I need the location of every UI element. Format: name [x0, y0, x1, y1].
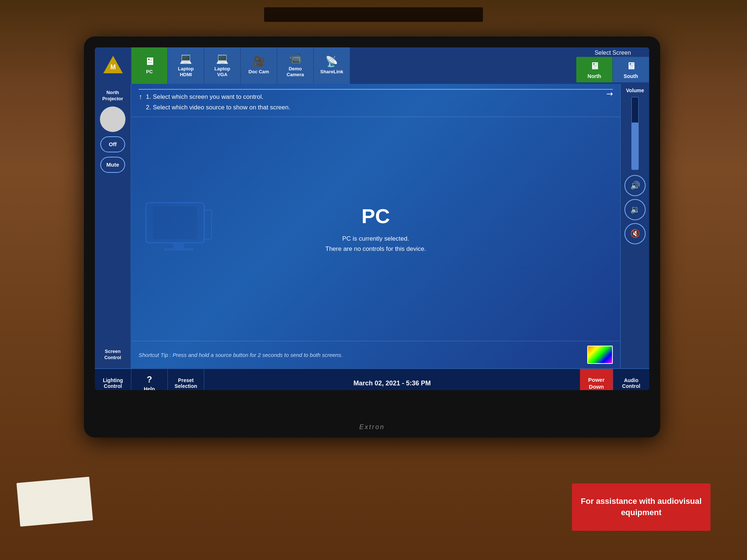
paper-note [16, 477, 93, 527]
laptop-vga-icon: 💻 [216, 54, 229, 64]
north-screen-icon: 🖥 [590, 61, 599, 72]
volume-label: Volume [626, 88, 644, 93]
source-pc-button[interactable]: 🖥 PC [131, 47, 168, 84]
shortcut-tip: Shortcut Tip : Press and hold a source b… [131, 341, 620, 368]
monitor-ghost [142, 199, 215, 259]
lighting-control-button[interactable]: LightingControl [95, 369, 131, 390]
extron-brand-label: Extron [359, 423, 385, 431]
assistance-sign: For assistance with audiovisual equipmen… [572, 483, 711, 531]
top-slot [264, 7, 483, 22]
source-doc-cam-button[interactable]: 🎥 Doc Cam [241, 47, 277, 84]
volume-mid-button[interactable]: 🔉 [624, 199, 646, 220]
svg-text:M: M [111, 63, 116, 71]
pc-display-area: PC PC is currently selected. There are n… [131, 117, 620, 341]
source-laptop-vga-label: LaptopVGA [214, 66, 230, 77]
screen-south-label: South [624, 73, 638, 79]
volume-mid-icon: 🔉 [630, 205, 640, 214]
volume-bar [631, 97, 639, 170]
source-status-line1: PC is currently selected. There are no c… [325, 234, 426, 253]
pc-icon: 🖥 [144, 57, 155, 67]
volume-up-icon: 🔊 [630, 181, 640, 190]
screen-south-button[interactable]: 🖥 South [613, 57, 649, 82]
screen-buttons: 🖥 North 🖥 South [576, 57, 649, 82]
mute-button[interactable]: Mute [100, 157, 125, 173]
select-screen-label: Select Screen [576, 47, 649, 57]
svg-rect-4 [173, 243, 184, 248]
source-bar: M 🖥 PC 💻 LaptopHDMI 💻 LaptopVGA 🎥 Doc Ca… [95, 47, 649, 84]
volume-mute-icon: 🔇 [630, 229, 640, 238]
right-sidebar: Volume 🔊 🔉 🔇 [620, 84, 649, 368]
source-pc-label: PC [146, 69, 152, 75]
preset-selection-button[interactable]: PresetSelection [168, 369, 204, 390]
source-laptop-vga-button[interactable]: 💻 LaptopVGA [204, 47, 241, 84]
audio-control-label: AudioControl [622, 377, 640, 389]
device-frame: M 🖥 PC 💻 LaptopHDMI 💻 LaptopVGA 🎥 Doc Ca… [84, 36, 660, 438]
instruction-line-2: ↑ 2. Select which video source to show o… [139, 103, 613, 112]
bottom-bar: LightingControl ? Help PresetSelection M… [95, 368, 649, 390]
south-screen-icon: 🖥 [626, 61, 636, 72]
screen-north-button[interactable]: 🖥 North [576, 57, 613, 82]
source-sharelink-button[interactable]: 📡 ShareLink [314, 47, 350, 84]
source-demo-camera-button[interactable]: 📹 DemoCamera [277, 47, 314, 84]
power-down-label: PowerDown [588, 376, 604, 390]
volume-up-button[interactable]: 🔊 [624, 175, 646, 196]
audio-control-button[interactable]: AudioControl [613, 369, 649, 390]
svg-rect-6 [204, 210, 212, 239]
periodic-table-thumbnail [587, 346, 613, 364]
help-button[interactable]: ? Help [131, 369, 168, 390]
assistance-sign-text: For assistance with audiovisual equipmen… [576, 496, 707, 518]
main-area: NorthProjector Off Mute ScreenControl ↑ [95, 84, 649, 368]
select-screen-area: Select Screen 🖥 North 🖥 South [576, 47, 649, 84]
doc-cam-icon: 🎥 [252, 57, 265, 67]
datetime-display: March 02, 2021 - 5:36 PM [204, 369, 580, 390]
source-demo-camera-label: DemoCamera [287, 66, 304, 77]
help-label: Help [144, 386, 155, 390]
sharelink-icon: 📡 [325, 57, 338, 67]
lighting-control-label: LightingControl [103, 377, 123, 389]
screen-north-label: North [588, 73, 601, 79]
projector-label: NorthProjector [102, 90, 123, 102]
projector-indicator [100, 106, 125, 132]
screen: M 🖥 PC 💻 LaptopHDMI 💻 LaptopVGA 🎥 Doc Ca… [95, 47, 649, 390]
svg-rect-5 [164, 248, 193, 250]
source-laptop-hdmi-button[interactable]: 💻 LaptopHDMI [168, 47, 204, 84]
center-content: ↑ 1. Select which screen you want to con… [131, 84, 620, 368]
volume-mute-button[interactable]: 🔇 [624, 223, 646, 244]
left-sidebar: NorthProjector Off Mute ScreenControl [95, 84, 131, 368]
power-down-button[interactable]: PowerDown [580, 369, 613, 390]
source-doc-cam-label: Doc Cam [248, 69, 269, 75]
svg-rect-3 [153, 206, 197, 239]
demo-camera-icon: 📹 [289, 54, 302, 64]
off-button[interactable]: Off [100, 136, 125, 152]
instruction-line-1: ↑ 1. Select which screen you want to con… [139, 93, 613, 101]
help-icon: ? [147, 374, 152, 385]
source-laptop-hdmi-label: LaptopHDMI [178, 66, 194, 77]
source-display-name: PC [361, 204, 390, 228]
volume-fill [632, 122, 638, 170]
screen-control-label: ScreenControl [104, 349, 121, 365]
preset-selection-label: PresetSelection [174, 377, 197, 389]
logo-button[interactable]: M [95, 47, 131, 84]
laptop-hdmi-icon: 💻 [179, 54, 192, 64]
source-sharelink-label: ShareLink [320, 69, 343, 75]
instructions-area: ↑ 1. Select which screen you want to con… [131, 84, 620, 117]
